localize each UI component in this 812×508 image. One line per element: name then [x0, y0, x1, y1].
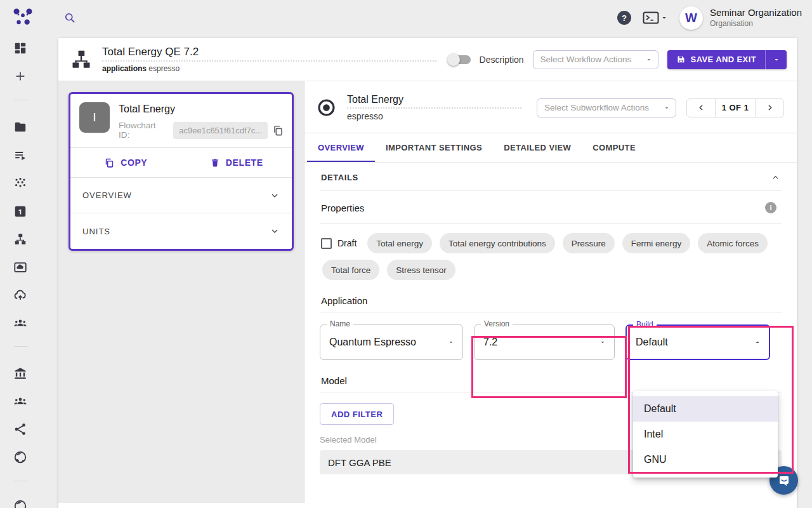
- top-app-bar: ? W Seminar Organization Organisation: [0, 0, 812, 36]
- chevron-left-icon: [697, 103, 706, 112]
- folder-icon[interactable]: [13, 120, 27, 134]
- section-label: UNITS: [82, 227, 110, 236]
- looks-one-icon[interactable]: [13, 204, 27, 218]
- copy-unit-button[interactable]: COPY: [70, 148, 181, 177]
- details-accordion-header[interactable]: DETAILS: [320, 163, 782, 191]
- add-filter-button[interactable]: ADD FILTER: [320, 403, 394, 425]
- chevron-down-icon: [270, 190, 280, 201]
- property-chip[interactable]: Fermi energy: [622, 233, 691, 253]
- trash-icon: [210, 157, 220, 168]
- org-type: Organisation: [710, 19, 802, 29]
- search-icon[interactable]: [63, 11, 76, 24]
- application-build-select[interactable]: Build Default: [625, 324, 770, 360]
- caret-down-icon: [599, 338, 606, 346]
- model-heading: Model: [320, 375, 782, 392]
- avatar: W: [679, 6, 703, 30]
- unit-card: I Total Energy Flowchart ID: ac9ee1c651f…: [69, 92, 294, 251]
- globe2-icon[interactable]: [13, 499, 27, 508]
- terminal-menu[interactable]: [643, 11, 668, 24]
- dashboard-icon[interactable]: [13, 41, 27, 55]
- build-option-intel[interactable]: Intel: [633, 422, 778, 447]
- terminal-icon: [643, 11, 659, 24]
- draft-checkbox[interactable]: [321, 238, 332, 249]
- pager-next-button[interactable]: [756, 99, 783, 117]
- version-value: 7.2: [483, 337, 497, 348]
- draft-label: Draft: [337, 238, 357, 248]
- save-label: SAVE AND EXIT: [691, 55, 756, 64]
- save-menu-caret[interactable]: [765, 50, 787, 69]
- tab-important-settings[interactable]: IMPORTANT SETTINGS: [375, 133, 493, 162]
- subworkflow-header: Total Energy espresso Select Subworkflow…: [304, 81, 797, 133]
- rail-divider: [14, 346, 28, 347]
- description-toggle[interactable]: [449, 55, 471, 64]
- subworkflow-title: Total Energy: [347, 94, 521, 105]
- info-icon[interactable]: i: [765, 202, 776, 213]
- name-label: Name: [327, 319, 353, 328]
- copy-id-icon[interactable]: [272, 124, 284, 137]
- workflow-category: applications: [102, 64, 147, 73]
- bank-card-icon[interactable]: [13, 260, 27, 274]
- workflow-actions-select[interactable]: Select Workflow Actions: [533, 50, 658, 69]
- version-label: Version: [481, 319, 513, 328]
- nav-rail: [0, 36, 41, 508]
- materials-icon[interactable]: [13, 177, 27, 190]
- name-value: Quantum Espresso: [329, 337, 416, 348]
- unit-title: Total Energy: [119, 104, 284, 115]
- draft-checkbox-group[interactable]: Draft: [321, 238, 357, 249]
- build-dropdown-menu: Default Intel GNU: [633, 391, 778, 478]
- unit-section-units[interactable]: UNITS: [70, 213, 292, 249]
- unit-avatar: I: [79, 102, 110, 133]
- rail-divider: [14, 481, 28, 481]
- selected-model-value: DFT GGA PBE: [328, 457, 391, 468]
- application-version-select[interactable]: Version 7.2: [474, 324, 615, 360]
- org-name: Seminar Organization: [710, 7, 802, 19]
- help-icon[interactable]: ?: [617, 11, 631, 25]
- workflow-app: espresso: [148, 64, 180, 73]
- account-switcher[interactable]: W Seminar Organization Organisation: [679, 6, 802, 30]
- pager-prev-button[interactable]: [687, 99, 715, 117]
- workflow-flowchart-icon: [70, 48, 93, 71]
- subworkflow-tabs: OVERVIEW IMPORTANT SETTINGS DETAILED VIE…: [304, 133, 797, 163]
- sidebar-unit-panel: I Total Energy Flowchart ID: ac9ee1c651f…: [58, 81, 304, 503]
- jobs-list-icon[interactable]: [13, 149, 27, 163]
- application-name-select[interactable]: Name Quantum Espresso: [320, 324, 463, 360]
- properties-row: Properties i: [320, 191, 782, 224]
- property-chip[interactable]: Pressure: [563, 233, 615, 253]
- rail-divider: [14, 100, 28, 100]
- cloud-upload-icon[interactable]: [13, 288, 27, 302]
- subworkflow-actions-select[interactable]: Select Subworkflow Actions: [537, 98, 676, 117]
- mat3ra-logo-icon[interactable]: [11, 6, 34, 27]
- tab-detailed-view[interactable]: DETAILED VIEW: [493, 133, 582, 162]
- bank-icon[interactable]: [13, 366, 27, 380]
- create-new-icon[interactable]: [13, 69, 27, 83]
- globe-icon[interactable]: [13, 450, 27, 464]
- property-chip[interactable]: Stress tensor: [387, 260, 455, 280]
- share-icon[interactable]: [13, 422, 27, 436]
- save-and-exit-button[interactable]: SAVE AND EXIT: [667, 50, 765, 69]
- description-label: Description: [480, 55, 524, 65]
- properties-heading: Properties: [321, 203, 364, 213]
- chevron-down-icon: [270, 226, 280, 236]
- tab-compute[interactable]: COMPUTE: [582, 133, 646, 162]
- team-icon[interactable]: [13, 316, 27, 330]
- property-chip[interactable]: Total energy: [367, 233, 432, 253]
- subworkflow-app: espresso: [347, 111, 521, 121]
- chevron-up-icon: [771, 173, 780, 182]
- caret-down-icon: [773, 56, 780, 64]
- property-chip[interactable]: Total force: [322, 260, 379, 280]
- radio-checked-icon: [317, 98, 336, 117]
- property-chip[interactable]: Atomic forces: [698, 233, 768, 253]
- build-option-gnu[interactable]: GNU: [633, 447, 778, 472]
- build-option-default[interactable]: Default: [633, 396, 778, 422]
- section-label: OVERVIEW: [82, 190, 132, 200]
- details-label: DETAILS: [321, 173, 358, 182]
- workflow-header: Total Energy QE 7.2 applications espress…: [58, 38, 797, 81]
- property-chip[interactable]: Total energy contributions: [440, 233, 555, 253]
- tab-overview[interactable]: OVERVIEW: [307, 133, 375, 162]
- organization-users-icon[interactable]: [13, 394, 27, 408]
- delete-unit-button[interactable]: DELETE: [181, 148, 292, 177]
- unit-section-overview[interactable]: OVERVIEW: [70, 178, 292, 213]
- chevron-right-icon: [765, 103, 775, 112]
- workflows-icon[interactable]: [13, 232, 27, 246]
- flowchart-id-value[interactable]: ac9ee1c651f61cdf7c...: [173, 122, 268, 139]
